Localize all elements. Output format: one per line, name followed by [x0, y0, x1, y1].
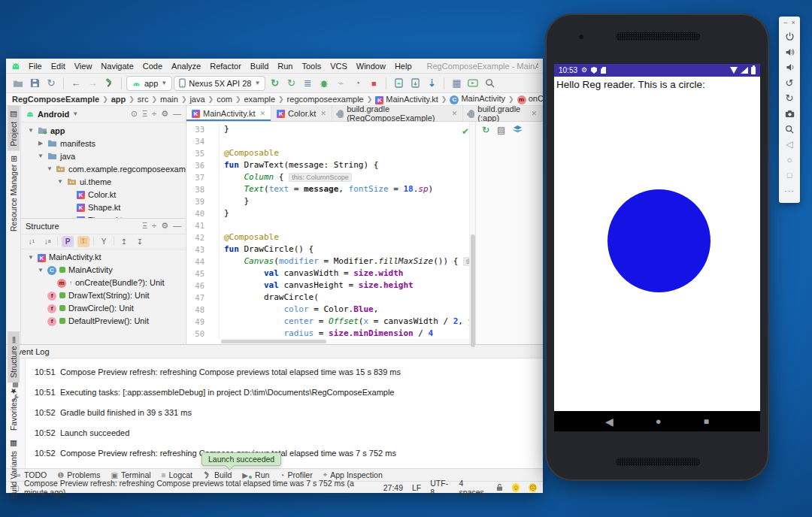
chevron-down-icon[interactable]: ▼: [56, 178, 64, 185]
editor-tab[interactable]: build.gradle (RegComposeExample)✕: [332, 106, 463, 121]
screenshot-icon[interactable]: [783, 107, 795, 119]
chevron-down-icon[interactable]: ▼: [72, 110, 78, 117]
chevron-down-icon[interactable]: ▼: [37, 153, 44, 159]
editor-scrollbar[interactable]: [469, 122, 475, 344]
structure-tree-item[interactable]: fDrawCircle(): Unit: [21, 302, 186, 315]
power-icon[interactable]: [783, 31, 795, 43]
close-tab-icon[interactable]: ✕: [320, 110, 326, 117]
structure-tree-item[interactable]: m↑onCreate(Bundle?): Unit: [21, 277, 186, 289]
editor-tab[interactable]: KMainActivity.kt✕: [186, 106, 271, 121]
minimize-icon[interactable]: –: [783, 19, 787, 26]
settings-gear-icon[interactable]: ⚙: [161, 109, 168, 119]
build-menu-icon[interactable]: ≣: [300, 76, 315, 91]
back-icon[interactable]: ←: [68, 76, 83, 91]
structure-tree-item[interactable]: fDrawText(String): Unit: [21, 289, 186, 302]
zoom-icon[interactable]: [783, 123, 795, 135]
structure-tree-item[interactable]: ▼KMainActivity.kt: [21, 251, 186, 264]
device-manager-icon[interactable]: [391, 76, 406, 91]
project-tree-item[interactable]: ▶manifests: [21, 137, 186, 150]
menu-item-refactor[interactable]: Refactor: [205, 60, 246, 72]
project-tree-item[interactable]: ▼java: [21, 150, 186, 162]
overview-icon[interactable]: ■: [704, 416, 709, 427]
menu-item-help[interactable]: Help: [390, 60, 417, 72]
volume-down-icon[interactable]: [783, 62, 795, 74]
stop-icon[interactable]: ■: [366, 76, 381, 91]
home-icon[interactable]: ●: [656, 416, 662, 427]
menu-item-view[interactable]: View: [70, 60, 97, 72]
project-tree-item[interactable]: KShape.kt: [21, 201, 186, 213]
device-select-combo[interactable]: Nexus 5X API 28▼: [174, 76, 265, 91]
breadcrumb-item[interactable]: m onCreate(savedInstanceState: Bundle?): [517, 94, 543, 104]
profile-icon[interactable]: ◔: [350, 76, 365, 91]
breadcrumb-item[interactable]: C MainActivity: [450, 94, 505, 104]
close-icon[interactable]: ×: [791, 19, 795, 26]
run-anything-icon[interactable]: [465, 76, 480, 91]
event-log-entry[interactable]: 10:52Gradle build finished in 39 s 331 m…: [35, 408, 192, 417]
breadcrumb-item[interactable]: app: [111, 95, 126, 104]
expand-all-icon[interactable]: Ξ: [142, 109, 147, 119]
close-tab-icon[interactable]: ✕: [259, 110, 265, 117]
project-tree-item[interactable]: ▼ui.theme: [21, 175, 186, 188]
menu-item-vcs[interactable]: VCS: [326, 60, 352, 72]
caret-position[interactable]: 27:49: [383, 483, 403, 492]
chevron-down-icon[interactable]: ▼: [37, 267, 44, 274]
happy-face-icon[interactable]: ☺: [512, 483, 520, 492]
event-log-entry[interactable]: 10:51Executing tasks: [:app:assembleDebu…: [35, 388, 395, 397]
breadcrumb-item[interactable]: src: [138, 95, 149, 104]
save-icon[interactable]: [27, 76, 42, 91]
collapse-all-icon[interactable]: ÷: [152, 109, 156, 119]
volume-up-icon[interactable]: [783, 46, 795, 58]
sync-icon[interactable]: ↻: [44, 76, 59, 91]
menu-item-build[interactable]: Build: [246, 60, 273, 72]
overview-icon[interactable]: □: [783, 169, 795, 181]
build-hammer-icon[interactable]: [102, 76, 117, 91]
project-tree-item[interactable]: ▼app: [21, 124, 186, 137]
breadcrumb-item[interactable]: java: [189, 95, 205, 104]
chevron-down-icon[interactable]: ▼: [47, 165, 53, 172]
settings-gear-icon[interactable]: ⚙: [161, 221, 168, 231]
file-encoding[interactable]: UTF-8: [430, 479, 450, 497]
apply-code-changes-icon[interactable]: ↻: [283, 76, 298, 91]
filter-icon[interactable]: Y: [98, 236, 110, 247]
more-icon[interactable]: ···: [783, 185, 795, 197]
stripe-tab-resource-manager[interactable]: Resource Manager ⊞: [8, 151, 20, 236]
build-refresh-icon[interactable]: ▤: [497, 125, 505, 135]
rotate-left-icon[interactable]: ↺: [783, 77, 795, 89]
device-file-explorer-icon[interactable]: [408, 76, 423, 91]
breadcrumb-item[interactable]: RegComposeExample: [12, 95, 99, 104]
search-everywhere-icon[interactable]: [482, 76, 497, 91]
back-icon[interactable]: ◁: [783, 138, 795, 150]
breadcrumb-item[interactable]: com: [217, 95, 232, 104]
event-log-entry[interactable]: 10:51Compose Preview refresh: refreshing…: [35, 367, 401, 376]
menu-item-tools[interactable]: Tools: [297, 60, 326, 72]
line-separator[interactable]: LF: [412, 483, 421, 492]
structure-tree-item[interactable]: ▼CMainActivity: [21, 264, 186, 277]
project-view-selector[interactable]: Android: [38, 110, 69, 119]
breadcrumb-item[interactable]: regcomposeexample: [287, 95, 364, 104]
menu-item-navigate[interactable]: Navigate: [96, 60, 138, 72]
editor-tab[interactable]: build.gradle (:app)✕: [463, 106, 543, 121]
status-message[interactable]: Compose Preview refresh: refreshing Comp…: [24, 479, 379, 497]
project-tree-item[interactable]: ▼com.example.regcomposeexample: [21, 162, 186, 175]
apply-changes-icon[interactable]: ↻: [267, 76, 282, 91]
refresh-preview-icon[interactable]: ↻: [482, 125, 489, 135]
breadcrumb-item[interactable]: example: [244, 95, 275, 104]
expand-all-icon[interactable]: Ξ: [142, 221, 147, 231]
layout-layers-icon[interactable]: [513, 125, 523, 135]
collapse-all-icon[interactable]: ÷: [152, 221, 156, 231]
chevron-right-icon[interactable]: ▶: [37, 140, 44, 147]
editor-hscrollbar[interactable]: [221, 339, 469, 344]
event-log-entry[interactable]: 10:52Launch succeeded: [35, 428, 129, 437]
hide-panel-icon[interactable]: —: [173, 221, 181, 231]
close-tab-icon[interactable]: ✕: [452, 110, 458, 117]
debug-icon[interactable]: [317, 76, 332, 91]
autoscroll-to-source-icon[interactable]: ↥: [118, 236, 130, 247]
open-icon[interactable]: [11, 76, 26, 91]
chevron-down-icon[interactable]: ▼: [27, 254, 35, 261]
phone-screen[interactable]: 10:53 ⚙ Hello Reg reader. This is a circ…: [554, 64, 760, 431]
breadcrumb-item[interactable]: K MainActivity.kt: [375, 95, 438, 104]
sort-alpha-icon[interactable]: ↓ᵃ: [41, 236, 53, 247]
rotate-right-icon[interactable]: ↻: [783, 92, 795, 104]
stripe-tab-favorites[interactable]: Favorites ★: [8, 382, 20, 435]
home-icon[interactable]: ○: [783, 154, 795, 166]
